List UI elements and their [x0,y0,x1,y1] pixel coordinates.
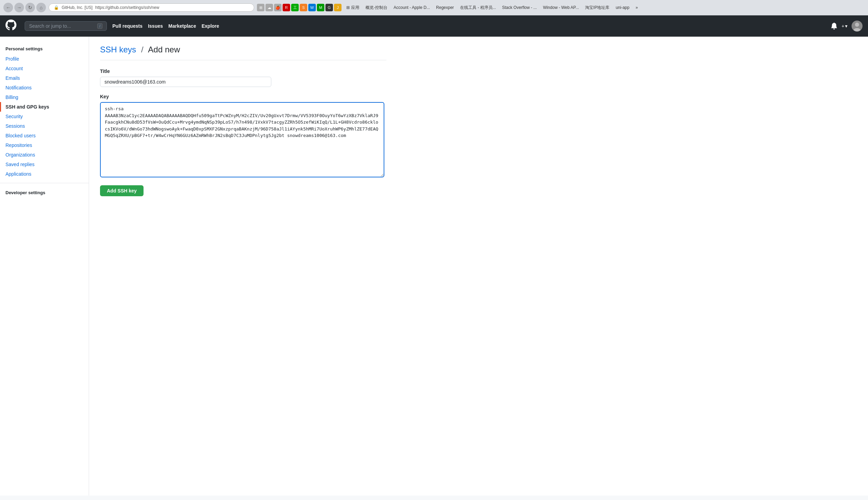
chevron-down-icon: ▾ [845,23,847,29]
nav-explore[interactable]: Explore [201,23,219,29]
user-avatar[interactable] [852,21,863,32]
sidebar-section-developer: Developer settings [0,188,89,198]
sidebar-item-blocked[interactable]: Blocked users [0,131,89,140]
ext-tool-icon[interactable]: 工 [291,4,299,11]
bookmark-stackoverflow[interactable]: Stack Overflow - ... [500,4,539,11]
breadcrumb-link[interactable]: SSH keys [100,45,136,54]
add-ssh-key-button[interactable]: Add SSH key [100,185,144,196]
bookmark-console[interactable]: 概览-控制台 [363,4,390,11]
nav-right: + ▾ [831,21,863,32]
sidebar-item-saved-replies[interactable]: Saved replies [0,160,89,169]
ext-so-icon[interactable]: S [300,4,307,11]
key-textarea[interactable]: ssh-rsa AAAAB3NzaC1yc2EAAAADAQABAAAABAQD… [100,102,384,178]
page-title: SSH keys / Add new [100,45,180,55]
search-shortcut: / [97,23,102,29]
bookmark-regexper[interactable]: Regexper [434,4,456,11]
sidebar-item-ssh-gpg[interactable]: SSH and GPG keys [0,102,89,112]
breadcrumb-current: Add new [148,45,180,54]
address-bar[interactable]: 🔒 GitHub, Inc. [US] https://github.com/s… [49,3,254,12]
nav-issues[interactable]: Issues [148,23,163,29]
sidebar-item-notifications[interactable]: Notifications [0,83,89,92]
extension-icons: ⊞ ☁ 🍎 R 工 S W M G J [257,4,341,11]
sidebar-item-orgs[interactable]: Organizations [0,150,89,160]
breadcrumb-separator: / [141,45,144,54]
ext-w-icon[interactable]: W [308,4,316,11]
bookmark-tools[interactable]: 在线工具 - 程序员... [458,4,498,11]
ext-gh-icon[interactable]: G [325,4,333,11]
sidebar-section-personal: Personal settings [0,44,89,54]
github-nav: Search or jump to... / Pull requests Iss… [0,15,868,37]
ext-m-icon[interactable]: M [317,4,324,11]
back-button[interactable]: ← [3,3,13,12]
page-header: SSH keys / Add new [100,45,386,60]
bookmark-uniapp[interactable]: uni-app [613,4,631,11]
notifications-bell-icon[interactable] [831,23,837,30]
ext-r-icon[interactable]: R [283,4,290,11]
ext-apple-icon[interactable]: 🍎 [274,4,282,11]
sidebar-item-profile[interactable]: Profile [0,54,89,64]
sidebar-item-security[interactable]: Security [0,112,89,121]
origin-label: GitHub, Inc. [US] [62,5,92,10]
title-input[interactable] [100,77,271,87]
title-form-group: Title [100,68,386,87]
bookmark-apps[interactable]: ⊞ 应用 [344,4,361,11]
secure-icon: 🔒 [54,5,59,10]
sidebar-item-billing[interactable]: Billing [0,92,89,102]
main-content: SSH keys / Add new Title Key ssh-rsa AAA… [89,37,397,496]
github-logo[interactable] [5,20,16,33]
ext-jh-icon[interactable]: J [334,4,341,11]
search-bar[interactable]: Search or jump to... / [25,21,107,31]
bookmark-taobao[interactable]: 淘宝IP地址库 [583,4,611,11]
sidebar-item-repos[interactable]: Repositories [0,140,89,150]
bookmark-window[interactable]: Window - Web AP... [541,4,581,11]
sidebar: Personal settings Profile Account Emails… [0,37,89,496]
plus-icon: + [842,23,844,29]
sidebar-divider [0,183,89,183]
key-form-group: Key ssh-rsa AAAAB3NzaC1yc2EAAAADAQABAAAA… [100,94,386,179]
sidebar-item-account[interactable]: Account [0,64,89,73]
bookmark-account[interactable]: Account - Apple D... [392,4,432,11]
reload-button[interactable]: ↻ [25,3,35,12]
home-button[interactable]: ⌂ [36,3,46,12]
page-layout: Personal settings Profile Account Emails… [0,37,868,496]
url-text: https://github.com/settings/ssh/new [95,5,159,10]
key-label: Key [100,94,386,99]
forward-button[interactable]: → [14,3,24,12]
new-item-button[interactable]: + ▾ [842,23,847,29]
browser-nav-buttons: ← → ↻ ⌂ [3,3,46,12]
bookmark-more[interactable]: » [633,4,640,11]
nav-marketplace[interactable]: Marketplace [169,23,196,29]
search-placeholder: Search or jump to... [29,23,71,29]
nav-links: Pull requests Issues Marketplace Explore [112,23,219,29]
ext-cloud-icon[interactable]: ☁ [266,4,273,11]
browser-chrome: ← → ↻ ⌂ 🔒 GitHub, Inc. [US] https://gith… [0,0,868,15]
nav-pull-requests[interactable]: Pull requests [112,23,143,29]
sidebar-item-sessions[interactable]: Sessions [0,121,89,131]
title-label: Title [100,68,386,74]
bookmarks-bar: ⊞ 应用 概览-控制台 Account - Apple D... Regexpe… [344,4,865,11]
sidebar-item-emails[interactable]: Emails [0,73,89,83]
ext-apps-icon[interactable]: ⊞ [257,4,264,11]
sidebar-item-apps[interactable]: Applications [0,169,89,179]
